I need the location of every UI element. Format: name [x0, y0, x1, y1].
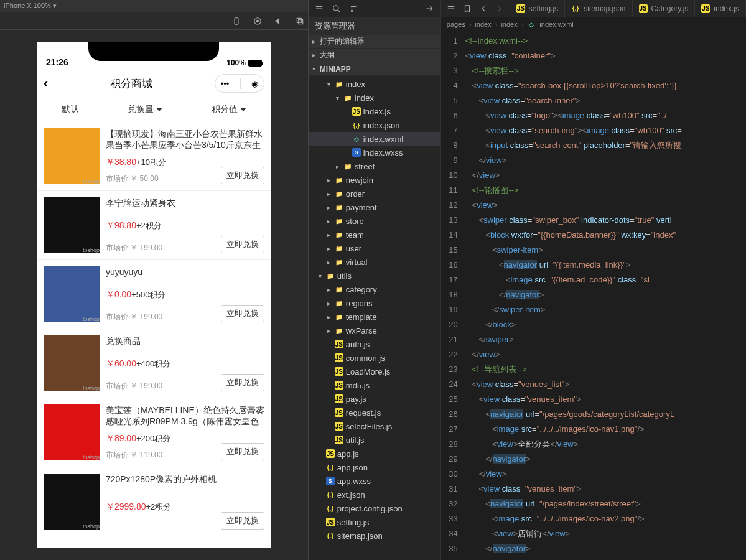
mute-icon[interactable] [274, 17, 283, 26]
code-line[interactable]: <view class="search-box {{scrollTop>10?'… [465, 78, 746, 93]
filter-tab[interactable]: 积分值 [212, 104, 246, 115]
code-line[interactable]: </view> [465, 347, 746, 362]
redeem-button[interactable]: 立即兑换 [221, 374, 264, 391]
product-item[interactable]: tpshop 李宁牌运动紧身衣 ￥98.80+2积分 市场价 ￥ 199.00 … [37, 191, 271, 260]
tree-node[interactable]: {.}sitemap.json [309, 529, 440, 543]
product-list[interactable]: tpshop 【现摘现发】海南三亚小台农芒果新鲜水果当季小芒果应季小台芒3/5/… [37, 122, 271, 536]
tree-node[interactable]: {.}app.json [309, 460, 440, 474]
code-line[interactable]: </view> [465, 467, 746, 482]
code-line[interactable]: <swiper class="swiper_box" indicator-dot… [465, 213, 746, 228]
code-line[interactable]: <!--导航列表--> [465, 362, 746, 377]
code-line[interactable]: <view class="search-img"><image class="w… [465, 123, 746, 138]
tree-node[interactable]: JSpay.js [309, 392, 440, 406]
tree-node[interactable]: ▸📁category [309, 282, 440, 296]
collapse-icon[interactable] [425, 4, 434, 13]
code-line[interactable]: <!--轮播图--> [465, 183, 746, 198]
code-line[interactable]: </block> [465, 317, 746, 332]
tree-node[interactable]: ▾📁utils [309, 269, 440, 282]
fwd-arrow-icon[interactable] [495, 4, 504, 13]
back-icon[interactable]: ‹ [44, 75, 48, 91]
tree-node[interactable]: ▾📁index [309, 91, 440, 105]
tree-node[interactable]: {.}index.json [309, 118, 440, 132]
close-icon[interactable]: ◉ [251, 79, 258, 88]
code-line[interactable]: </view> [465, 153, 746, 168]
code-line[interactable]: <swiper-item> [465, 243, 746, 258]
tree-node[interactable]: JSauth.js [309, 337, 440, 351]
editor-tab[interactable]: {.}sitemap.json [565, 0, 632, 17]
code-line[interactable]: <navigator url="/pages/index/street/stre… [465, 497, 746, 511]
code-line[interactable]: </view> [465, 168, 746, 183]
back-arrow-icon[interactable] [479, 4, 488, 13]
tree-node[interactable]: JSsetting.js [309, 515, 440, 529]
list-icon[interactable] [447, 4, 455, 13]
tree-node[interactable]: {.}project.config.json [309, 502, 440, 515]
code-line[interactable]: <navigator url="/pages/goods/categoryLis… [465, 407, 746, 422]
crumb-item[interactable]: index [501, 21, 517, 28]
tree-node[interactable]: ▸📁newjoin [309, 173, 440, 187]
code-line[interactable]: <view class="venues_item"> [465, 482, 746, 497]
code-line[interactable]: </navigator> [465, 452, 746, 467]
code-line[interactable]: <view>店铺街</view> [465, 526, 746, 541]
filter-tab[interactable]: 默认 [62, 104, 79, 115]
code-line[interactable]: <image src="{{item.ad_code}}" class="sl [465, 273, 746, 287]
crumb-item[interactable]: pages [447, 21, 465, 28]
redeem-button[interactable]: 立即兑换 [221, 167, 264, 184]
bookmark-icon[interactable] [463, 4, 472, 13]
tree-node[interactable]: ◇index.wxml [309, 132, 440, 146]
code-line[interactable]: <view>全部分类</view> [465, 437, 746, 452]
code-line[interactable]: </navigator> [465, 287, 746, 302]
branch-icon[interactable] [350, 4, 358, 13]
tree-node[interactable]: JSindex.js [309, 105, 440, 118]
record-icon[interactable] [253, 17, 262, 26]
filter-tab[interactable]: 兑换量 [128, 104, 162, 115]
section-outline[interactable]: ▸大纲 [309, 49, 440, 62]
code-line[interactable]: <view class="search-inner"> [465, 93, 746, 108]
tree-node[interactable]: ▸📁wxParse [309, 324, 440, 337]
product-item[interactable]: tpshop 【现摘现发】海南三亚小台农芒果新鲜水果当季小芒果应季小台芒3/5/… [37, 122, 271, 191]
device-icon[interactable] [232, 17, 241, 26]
tree-node[interactable]: JSapp.js [309, 447, 440, 460]
tree-node[interactable]: ▸📁payment [309, 200, 440, 214]
search-icon[interactable] [332, 4, 341, 13]
code-line[interactable]: </swiper-item> [465, 302, 746, 317]
code-line[interactable]: <view> [465, 198, 746, 213]
file-tree[interactable]: ▾📁index▾📁indexJSindex.js{.}index.json◇in… [309, 76, 440, 560]
menu-icon[interactable]: ••• [221, 79, 230, 88]
detach-icon[interactable] [296, 17, 304, 26]
phone-simulator[interactable]: 21:26 100% ‹ 积分商城 ••• ◉ 默认兑换量积分值 tpshop … [37, 42, 271, 548]
code-line[interactable]: <block wx:for="{{homeData.banner}}" wx:k… [465, 228, 746, 243]
capsule-button[interactable]: ••• ◉ [215, 74, 264, 93]
redeem-button[interactable]: 立即兑换 [221, 305, 264, 322]
tree-node[interactable]: JSselectFiles.js [309, 419, 440, 433]
device-select[interactable]: iPhone X 100% ▾ [4, 2, 57, 10]
code-line[interactable]: </swiper> [465, 332, 746, 347]
code-editor[interactable]: 1234567891011121314151617181920212223242… [441, 31, 746, 560]
tree-node[interactable]: JSmd5.js [309, 378, 440, 392]
section-project[interactable]: ▾MINIAPP [309, 62, 440, 76]
tree-node[interactable]: JScommon.js [309, 351, 440, 365]
tree-node[interactable]: ▸📁virtual [309, 255, 440, 269]
tree-node[interactable]: JSrequest.js [309, 406, 440, 419]
section-editors[interactable]: ▸打开的编辑器 [309, 35, 440, 49]
code-line[interactable]: <!--index.wxml--> [465, 34, 746, 49]
tree-node[interactable]: ▸📁regions [309, 296, 440, 310]
tree-node[interactable]: ▸📁team [309, 228, 440, 241]
tree-node[interactable]: JSutil.js [309, 433, 440, 447]
outline-icon[interactable] [315, 4, 324, 13]
product-item[interactable]: tpshop yuyuyuyu ￥0.00+500积分 市场价 ￥ 199.00… [37, 260, 271, 329]
editor-tab[interactable]: JSCategory.js [633, 0, 696, 17]
code-line[interactable]: <navigator url="{{item.media_link}}"> [465, 258, 746, 273]
crumb-item[interactable]: index.wxml [539, 21, 573, 28]
crumb-item[interactable]: index [475, 21, 491, 28]
tree-node[interactable]: ▸📁street [309, 159, 440, 173]
tree-node[interactable]: ▾📁index [309, 77, 440, 91]
tree-node[interactable]: ▸📁template [309, 310, 440, 324]
editor-tab[interactable]: JSsetting.js [510, 0, 565, 17]
code-line[interactable]: <!--搜索栏--> [465, 63, 746, 78]
tree-node[interactable]: ▸📁order [309, 187, 440, 200]
breadcrumb[interactable]: pages›index›index›◇ index.wxml [441, 17, 746, 31]
product-item[interactable]: tpshop 720Px1280P像素的户外相机 ￥2999.80+2积分 立即… [37, 467, 271, 536]
code-line[interactable]: <image src="../../../images/ico-nav1.png… [465, 422, 746, 437]
redeem-button[interactable]: 立即兑换 [221, 512, 264, 530]
tree-node[interactable]: ▸📁store [309, 214, 440, 228]
